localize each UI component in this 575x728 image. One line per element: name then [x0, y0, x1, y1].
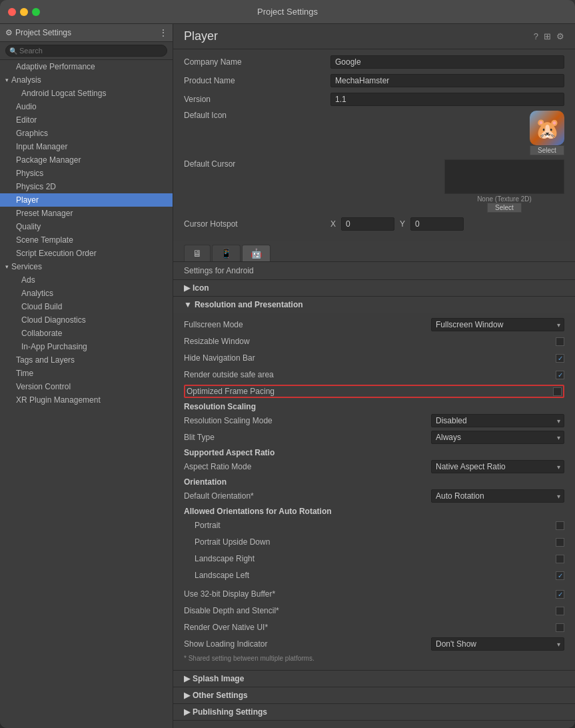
render-over-row: Render Over Native UI* [184, 621, 564, 634]
disable-depth-checkbox[interactable] [556, 607, 564, 615]
landscape-left-checkbox[interactable] [556, 571, 564, 580]
sidebar-item-android-logcat[interactable]: Android Logcat Settings [0, 87, 173, 100]
sidebar-item-collaborate[interactable]: Collaborate [0, 327, 173, 340]
publishing-header[interactable]: ▶ Publishing Settings [173, 704, 575, 720]
close-button[interactable] [8, 8, 16, 16]
aspect-ratio-mode-select[interactable]: Native Aspect Ratio [431, 460, 564, 473]
other-settings-section: ▶ Other Settings [173, 687, 575, 704]
portrait-upside-checkbox[interactable] [556, 538, 564, 547]
sidebar-group-analysis[interactable]: ▾ Analysis [0, 73, 173, 87]
other-settings-header[interactable]: ▶ Other Settings [173, 687, 575, 703]
sidebar-item-script-execution[interactable]: Script Execution Order [0, 247, 173, 260]
sidebar-item-physics-2d[interactable]: Physics 2D [0, 180, 173, 193]
use-32bit-checkbox[interactable] [556, 590, 564, 599]
disable-depth-label: Disable Depth and Stencil* [184, 606, 556, 615]
sidebar-item-ads[interactable]: Ads [0, 273, 173, 287]
hamster-icon: 🐹 [535, 117, 560, 140]
panel-title: Player [184, 29, 218, 43]
panel-actions: ? ⊞ ⚙ [534, 31, 564, 41]
cursor-select-button[interactable]: Select [487, 203, 522, 213]
app-icon: 🐹 [530, 111, 564, 145]
sidebar-item-quality[interactable]: Quality [0, 220, 173, 233]
version-value [330, 93, 564, 106]
default-icon-preview: 🐹 Select [530, 111, 564, 155]
default-orientation-label: Default Orientation* [184, 491, 431, 501]
shared-note: * Shared setting between multiple platfo… [184, 655, 564, 662]
sidebar-item-graphics[interactable]: Graphics [0, 127, 173, 140]
version-input[interactable] [330, 93, 564, 106]
android-icon: 🤖 [251, 248, 262, 259]
main-window: Project Settings ⚙ Project Settings ⋮ 🔍 [0, 0, 575, 728]
icon-section-title: Icon [193, 283, 209, 293]
portrait-checkbox[interactable] [556, 521, 564, 530]
x-input[interactable] [341, 217, 394, 231]
other-settings-title: Other Settings [193, 691, 248, 700]
render-outside-checkbox[interactable] [556, 371, 564, 379]
sidebar-item-editor[interactable]: Editor [0, 113, 173, 127]
render-over-checkbox[interactable] [556, 623, 564, 632]
blit-type-select[interactable]: Always [431, 431, 564, 444]
sidebar-item-cloud-build[interactable]: Cloud Build [0, 300, 173, 313]
sidebar-item-adaptive[interactable]: Adaptive Performance [0, 60, 173, 73]
sidebar-group-services[interactable]: ▾ Services [0, 260, 173, 273]
sidebar-item-input-manager[interactable]: Input Manager [0, 140, 173, 153]
sidebar-item-player[interactable]: Player [0, 193, 173, 207]
icon-section-header[interactable]: ▶ Icon [173, 280, 575, 296]
landscape-left-control [556, 571, 564, 580]
platform-tab-mobile[interactable]: 📱 [212, 245, 241, 261]
more-icon[interactable]: ⋮ [159, 28, 167, 37]
icon-select-button[interactable]: Select [530, 145, 564, 155]
resolution-section: ▼ Resolution and Presentation Fullscreen… [173, 297, 575, 671]
use-32bit-row: Use 32-bit Display Buffer* [184, 587, 564, 601]
version-row: Version [184, 92, 564, 107]
arrow-right-other-icon: ▶ [184, 691, 190, 700]
allowed-orientations-heading: Allowed Orientations for Auto Rotation [184, 507, 564, 516]
product-name-input[interactable] [330, 74, 564, 87]
fullscreen-mode-select[interactable]: Fullscreen Window [431, 318, 564, 331]
main-panel: Player ? ⊞ ⚙ Company Name [173, 24, 575, 728]
sidebar-item-package-manager[interactable]: Package Manager [0, 153, 173, 167]
sidebar-item-cloud-diagnostics[interactable]: Cloud Diagnostics [0, 313, 173, 327]
scaling-mode-row: Resolution Scaling Mode Disabled [184, 414, 564, 427]
sidebar-item-xr-plugin[interactable]: XR Plugin Management [0, 393, 173, 407]
y-input[interactable] [410, 217, 464, 231]
render-over-label: Render Over Native UI* [184, 623, 556, 632]
landscape-right-row: Landscape Right [184, 552, 564, 565]
show-loading-select[interactable]: Don't Show [431, 637, 564, 651]
landscape-right-checkbox[interactable] [556, 555, 564, 563]
resizable-window-checkbox[interactable] [556, 337, 564, 346]
layout-icon[interactable]: ⊞ [544, 31, 551, 41]
maximize-button[interactable] [32, 8, 40, 16]
sidebar: ⚙ Project Settings ⋮ 🔍 Adaptive Performa… [0, 24, 173, 728]
settings-icon[interactable]: ⚙ [556, 31, 564, 41]
sidebar-item-label: Analysis [11, 75, 41, 85]
sidebar-item-analytics[interactable]: Analytics [0, 287, 173, 300]
sidebar-item-in-app[interactable]: In-App Purchasing [0, 340, 173, 353]
render-over-control [556, 623, 564, 632]
sidebar-item-preset-manager[interactable]: Preset Manager [0, 207, 173, 220]
resolution-section-header[interactable]: ▼ Resolution and Presentation [173, 297, 575, 313]
arrow-right-splash-icon: ▶ [184, 674, 190, 683]
sidebar-item-audio[interactable]: Audio [0, 100, 173, 113]
sidebar-item-time[interactable]: Time [0, 367, 173, 380]
default-orientation-select[interactable]: Auto Rotation [431, 489, 564, 503]
platform-tab-android[interactable]: 🤖 [242, 245, 271, 261]
splash-section-header[interactable]: ▶ Splash Image [173, 671, 575, 687]
search-input[interactable] [5, 45, 167, 57]
minimize-button[interactable] [20, 8, 28, 16]
sidebar-item-tags-layers[interactable]: Tags and Layers [0, 353, 173, 367]
desktop-icon: 🖥 [193, 248, 202, 259]
help-icon[interactable]: ? [534, 31, 538, 41]
company-name-input[interactable] [330, 55, 564, 69]
sidebar-item-scene-template[interactable]: Scene Template [0, 233, 173, 247]
scaling-mode-select[interactable]: Disabled [431, 414, 564, 427]
optimized-frame-checkbox[interactable] [553, 387, 562, 396]
sidebar-item-physics[interactable]: Physics [0, 167, 173, 180]
sidebar-item-version-control[interactable]: Version Control [0, 380, 173, 393]
render-outside-label: Render outside safe area [184, 370, 556, 379]
optimized-frame-row: Optimized Frame Pacing [184, 385, 564, 398]
sidebar-header-label: Project Settings [15, 28, 71, 37]
xy-inputs: X Y [330, 217, 564, 231]
platform-tab-desktop[interactable]: 🖥 [184, 245, 211, 261]
hide-nav-checkbox[interactable] [556, 354, 564, 363]
